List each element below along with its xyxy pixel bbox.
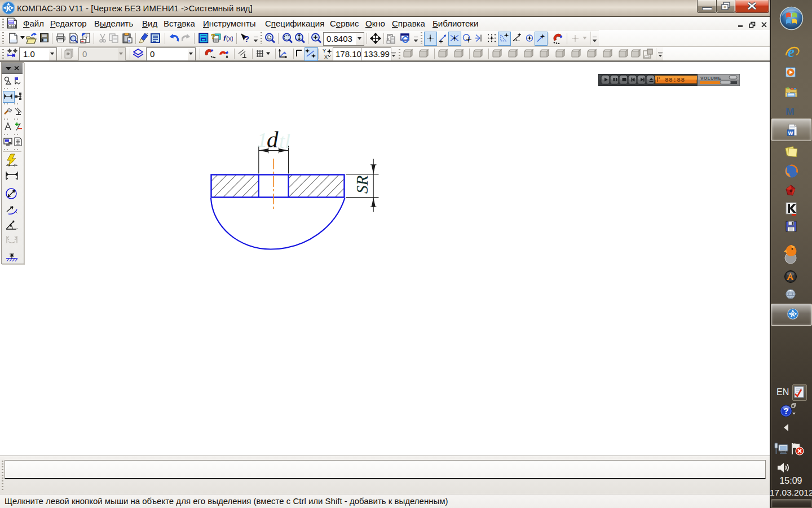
svg-text:Y: Y — [323, 48, 326, 54]
svg-text:VOLUME: VOLUME — [700, 76, 721, 81]
svg-text:M: M — [785, 106, 795, 117]
svg-text:(x): (x) — [226, 35, 233, 42]
svg-text:?: ? — [244, 34, 249, 43]
svg-text:W: W — [788, 130, 793, 136]
svg-text:X: X — [324, 54, 328, 59]
svg-text:?: ? — [784, 406, 789, 415]
svg-text:e: e — [788, 45, 795, 59]
svg-text:88:88: 88:88 — [665, 77, 685, 84]
